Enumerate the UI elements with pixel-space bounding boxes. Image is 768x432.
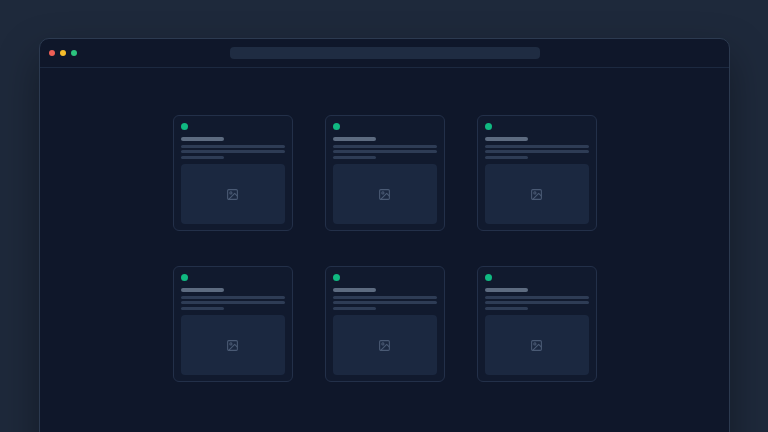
minimize-button[interactable] — [60, 50, 66, 56]
zoom-button[interactable] — [71, 50, 77, 56]
skeleton-line — [485, 145, 589, 148]
skeleton-title — [333, 137, 376, 141]
skeleton-line — [181, 150, 285, 153]
status-dot-icon — [333, 274, 340, 281]
card[interactable] — [173, 266, 293, 382]
image-icon — [378, 339, 391, 352]
image-placeholder — [181, 315, 285, 375]
browser-titlebar — [40, 39, 729, 68]
status-dot-icon — [181, 123, 188, 130]
skeleton-line — [181, 145, 285, 148]
card[interactable] — [325, 115, 445, 231]
image-icon — [378, 188, 391, 201]
status-dot-icon — [181, 274, 188, 281]
image-icon — [530, 188, 543, 201]
status-dot-icon — [485, 274, 492, 281]
skeleton-line — [485, 307, 528, 310]
skeleton-title — [485, 137, 528, 141]
skeleton-title — [333, 288, 376, 292]
image-placeholder — [181, 164, 285, 224]
skeleton-line — [333, 301, 437, 304]
image-icon — [530, 339, 543, 352]
skeleton-line — [181, 156, 224, 159]
card[interactable] — [325, 266, 445, 382]
skeleton-title — [181, 137, 224, 141]
skeleton-title — [181, 288, 224, 292]
skeleton-line — [485, 156, 528, 159]
close-button[interactable] — [49, 50, 55, 56]
skeleton-line — [485, 301, 589, 304]
image-placeholder — [485, 164, 589, 224]
skeleton-line — [333, 150, 437, 153]
card[interactable] — [477, 266, 597, 382]
skeleton-line — [333, 156, 376, 159]
image-placeholder — [333, 315, 437, 375]
skeleton-line — [181, 296, 285, 299]
image-icon — [226, 188, 239, 201]
skeleton-line — [485, 296, 589, 299]
page-content — [40, 115, 729, 382]
image-icon — [226, 339, 239, 352]
image-placeholder — [485, 315, 589, 375]
skeleton-line — [333, 296, 437, 299]
skeleton-line — [181, 307, 224, 310]
skeleton-line — [333, 145, 437, 148]
card[interactable] — [477, 115, 597, 231]
card-grid — [40, 115, 729, 382]
image-placeholder — [333, 164, 437, 224]
card[interactable] — [173, 115, 293, 231]
skeleton-title — [485, 288, 528, 292]
skeleton-line — [333, 307, 376, 310]
url-bar[interactable] — [230, 47, 540, 59]
skeleton-line — [181, 301, 285, 304]
status-dot-icon — [485, 123, 492, 130]
status-dot-icon — [333, 123, 340, 130]
browser-window — [39, 38, 730, 432]
window-controls — [49, 39, 77, 67]
skeleton-line — [485, 150, 589, 153]
